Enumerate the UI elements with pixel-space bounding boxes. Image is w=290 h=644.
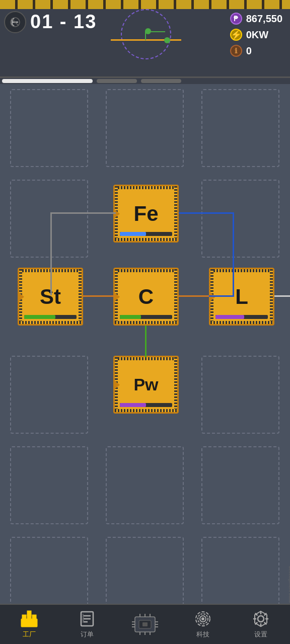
fe-label: Fe — [133, 202, 158, 226]
grid-cell-r2c3[interactable] — [201, 180, 279, 258]
back-button[interactable] — [4, 11, 26, 33]
bottom-nav: 工厂 1 2 3 订单 — [0, 604, 290, 644]
connector-l-right — [274, 295, 290, 297]
stats-area: ₱ 867,550 ⚡ 0KW ℹ 0 — [230, 13, 282, 57]
svg-rect-7 — [22, 615, 26, 620]
settings-icon — [252, 610, 270, 628]
svg-rect-32 — [142, 622, 148, 626]
tab-2[interactable] — [97, 79, 137, 83]
factory-label: 工厂 — [23, 630, 36, 639]
connector-c-pw — [145, 326, 147, 357]
c-arrow — [114, 292, 120, 302]
pw-progress — [120, 403, 172, 407]
pw-label: Pw — [133, 375, 158, 394]
tech-label: 科技 — [196, 630, 209, 639]
fe-progress-fill — [120, 232, 146, 236]
l-right-ticks — [270, 269, 273, 324]
main-icon — [130, 609, 160, 639]
module-fe[interactable]: Fe — [113, 185, 179, 243]
connector-fe-right-h — [179, 212, 234, 214]
svg-text:3: 3 — [82, 619, 84, 623]
dev-text: development build — [288, 566, 290, 603]
c-progress — [120, 315, 172, 319]
st-right-ticks — [79, 269, 82, 324]
count-row: ℹ 0 — [230, 45, 282, 57]
connector-st-c — [83, 295, 114, 297]
grid-cell-r1c2[interactable] — [106, 89, 184, 167]
grid-cell-r6c3[interactable] — [201, 537, 279, 615]
signal-dot-2 — [164, 37, 170, 43]
svg-point-36 — [202, 618, 204, 620]
power-value: 0KW — [246, 29, 268, 41]
currency-icon: ₱ — [230, 13, 242, 25]
fe-right-ticks — [174, 186, 177, 241]
nav-tech[interactable]: 科技 — [180, 610, 226, 639]
module-c[interactable]: C — [113, 268, 179, 326]
connector-c-l — [179, 295, 210, 297]
st-progress — [24, 315, 77, 319]
module-pw[interactable]: Pw — [113, 356, 179, 414]
c-progress-fill — [120, 315, 141, 319]
c-right-ticks — [174, 269, 177, 324]
orders-label: 订单 — [81, 630, 94, 639]
main-area: Fe St C — [0, 84, 290, 617]
connector-blue-l — [209, 295, 234, 297]
grid-cell-r6c2[interactable] — [106, 537, 184, 615]
grid-container: Fe St C — [0, 84, 290, 617]
tab-3[interactable] — [141, 79, 181, 83]
tab-1[interactable] — [2, 79, 93, 83]
svg-rect-10 — [27, 611, 31, 616]
svg-rect-9 — [32, 615, 36, 620]
l-progress — [215, 315, 268, 319]
tech-icon — [194, 610, 212, 628]
level-display: 01 - 13 — [30, 11, 97, 33]
fe-progress — [120, 232, 172, 236]
st-arrow — [18, 292, 24, 302]
grid-cell-r4c3[interactable] — [201, 356, 279, 434]
signal-circle — [121, 9, 171, 59]
factory-icon — [20, 610, 38, 628]
nav-orders[interactable]: 1 2 3 订单 — [64, 610, 110, 639]
pw-arrow — [114, 380, 120, 390]
grid-cell-r1c1[interactable] — [10, 89, 88, 167]
power-row: ⚡ 0KW — [230, 29, 282, 41]
pw-right-ticks — [174, 357, 177, 412]
signal-baseline — [111, 39, 181, 41]
orders-icon: 1 2 3 — [78, 610, 96, 628]
l-progress-fill — [215, 315, 244, 319]
count-value: 0 — [246, 45, 252, 57]
top-strip — [0, 0, 290, 9]
grid-cell-r4c1[interactable] — [10, 356, 88, 434]
nav-main[interactable] — [122, 609, 168, 639]
st-progress-fill — [24, 315, 55, 319]
signal-oscilloscope — [106, 9, 186, 59]
nav-settings[interactable]: 设置 — [238, 610, 283, 639]
nav-factory[interactable]: 工厂 — [7, 610, 52, 639]
svg-point-37 — [258, 616, 264, 622]
l-label: L — [235, 285, 248, 309]
connector-st-up-v — [50, 212, 52, 295]
grid-cell-r2c1[interactable] — [10, 180, 88, 258]
connector-fe-down — [233, 212, 234, 295]
grid-cell-r5c1[interactable] — [10, 446, 88, 524]
grid-cell-r6c1[interactable] — [10, 537, 88, 615]
top-bar: 01 - 13 ₱ 867,550 ⚡ 0KW ℹ 0 — [0, 0, 290, 78]
grid-cell-r1c3[interactable] — [201, 89, 279, 167]
pw-progress-fill — [120, 403, 146, 407]
connector-st-fe-h — [50, 212, 116, 214]
settings-label: 设置 — [254, 630, 267, 639]
currency-value: 867,550 — [246, 13, 282, 25]
c-label: C — [138, 285, 154, 309]
power-icon: ⚡ — [230, 29, 242, 41]
signal-dot-1 — [145, 28, 151, 34]
currency-row: ₱ 867,550 — [230, 13, 282, 25]
count-icon: ℹ — [230, 45, 242, 57]
grid-cell-r5c3[interactable] — [201, 446, 279, 524]
tab-strip — [0, 78, 290, 84]
grid-cell-r5c2[interactable] — [106, 446, 184, 524]
